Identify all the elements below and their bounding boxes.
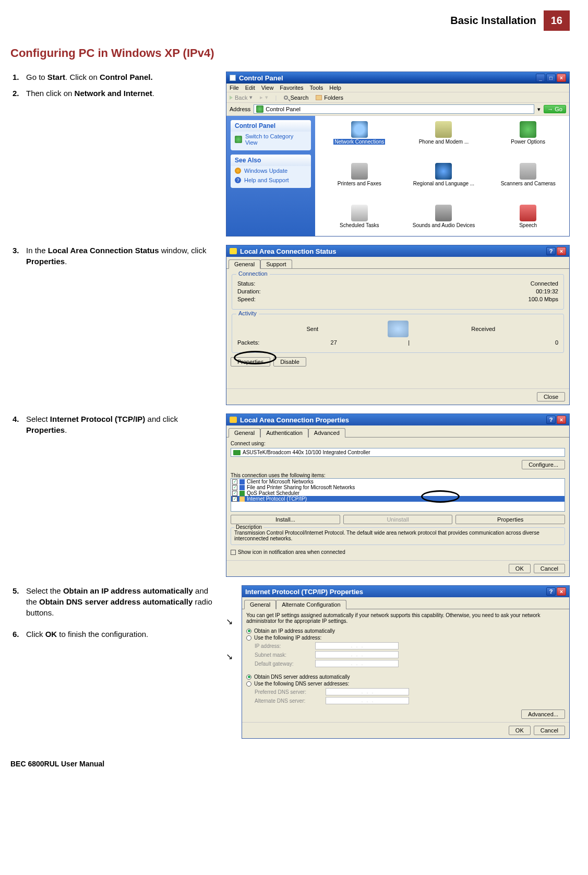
- step-1: 1. Go to Start. Click on Control Panel.: [13, 72, 217, 82]
- tab-general[interactable]: General: [229, 428, 260, 438]
- step-6: 6. Click OK to finish the configuration.: [13, 629, 217, 640]
- tab-advanced[interactable]: Advanced: [308, 428, 345, 438]
- network-connections-icon[interactable]: Network Connections: [318, 121, 401, 161]
- manual-footer: BEC 6800RUL User Manual: [10, 760, 570, 768]
- switch-category-link[interactable]: Switch to Category View: [231, 132, 311, 147]
- use-dns-radio[interactable]: Use the following DNS server addresses:: [246, 681, 565, 687]
- back-icon: [230, 96, 233, 100]
- search-button: Search: [284, 94, 308, 101]
- scanners-icon[interactable]: Scanners and Cameras: [487, 163, 569, 203]
- help-icon: ?: [235, 177, 241, 183]
- sidebar-panel-control: Control Panel Switch to Category View: [231, 120, 311, 150]
- step-2: 2. Then click on Network and Internet.: [13, 88, 217, 99]
- go-button[interactable]: → Go: [544, 105, 566, 113]
- menu-bar[interactable]: FileEditViewFavoritesToolsHelp: [226, 84, 569, 92]
- dropdown-icon[interactable]: ▾: [537, 106, 541, 113]
- section-heading: Configuring PC in Windows XP (IPv4): [10, 46, 570, 60]
- window-title: Local Area Connection Status: [230, 247, 336, 255]
- sounds-icon[interactable]: Sounds and Audio Devices: [403, 205, 485, 244]
- activity-icon: [388, 321, 409, 337]
- search-icon: [284, 96, 288, 100]
- window-title: Local Area Connection Properties: [230, 416, 349, 424]
- annotation-circle: [234, 351, 277, 364]
- ok-button[interactable]: OK: [509, 726, 531, 735]
- update-icon: [235, 168, 241, 174]
- tcpip-properties-dialog: Internet Protocol (TCP/IP) Properties ?×…: [242, 585, 570, 739]
- obtain-ip-auto-radio[interactable]: Obtain an IP address automatically: [246, 628, 565, 634]
- components-list[interactable]: ✓Client for Microsoft Networks ✓File and…: [231, 478, 565, 512]
- tab-alternate[interactable]: Alternate Configuration: [276, 600, 346, 609]
- show-icon-checkbox[interactable]: [231, 550, 236, 555]
- window-title: Internet Protocol (TCP/IP) Properties: [245, 588, 363, 596]
- toolbar[interactable]: Back ▾ ▸ ▾ | Search Folders: [226, 92, 569, 103]
- close-icon[interactable]: ×: [557, 587, 566, 596]
- nic-icon: [233, 450, 241, 455]
- folder-icon: [316, 95, 322, 100]
- install-button[interactable]: Install...: [231, 515, 340, 524]
- tab-general[interactable]: General: [244, 600, 276, 609]
- page-number: 16: [544, 10, 570, 31]
- address-bar[interactable]: Address Control Panel ▾ → Go: [226, 103, 569, 116]
- maximize-icon[interactable]: □: [546, 74, 556, 82]
- back-button: Back ▾: [230, 94, 253, 101]
- phone-modem-icon[interactable]: Phone and Modem ...: [403, 121, 485, 161]
- step-3: 3. In the Local Area Connection Status w…: [13, 245, 217, 267]
- folders-button: Folders: [316, 94, 343, 101]
- lac-properties-dialog: Local Area Connection Properties ?× Gene…: [226, 413, 570, 577]
- tab-support[interactable]: Support: [260, 259, 292, 269]
- help-icon[interactable]: ?: [546, 416, 556, 424]
- tab-general[interactable]: General: [229, 259, 260, 269]
- close-icon[interactable]: ×: [557, 247, 566, 255]
- cancel-button[interactable]: Cancel: [534, 564, 565, 573]
- properties-button[interactable]: Properties: [455, 515, 565, 524]
- help-icon[interactable]: ?: [546, 587, 556, 596]
- printers-icon[interactable]: Printers and Faxes: [318, 163, 401, 203]
- window-title: Control Panel: [230, 74, 283, 82]
- page-header: Basic Installation 16: [10, 10, 570, 31]
- help-icon[interactable]: ?: [546, 247, 556, 255]
- power-options-icon[interactable]: Power Options: [487, 121, 569, 161]
- use-ip-radio[interactable]: Use the following IP address:: [246, 635, 565, 641]
- help-support-link[interactable]: ?Help and Support: [231, 175, 311, 185]
- windows-update-link[interactable]: Windows Update: [231, 166, 311, 175]
- step-4: 4. Select Internet Protocol (TCP/IP) and…: [13, 413, 217, 435]
- disable-button[interactable]: Disable: [273, 357, 306, 366]
- forward-button: ▸ ▾: [260, 94, 268, 101]
- description-box: Description Transmission Control Protoco…: [231, 527, 565, 545]
- configure-button[interactable]: Configure...: [522, 460, 565, 469]
- scheduled-tasks-icon[interactable]: Scheduled Tasks: [318, 205, 401, 244]
- annotation-arrows: ↘ ↘: [226, 585, 242, 739]
- speech-icon[interactable]: Speech: [487, 205, 569, 244]
- ok-button[interactable]: OK: [509, 564, 531, 573]
- annotation-circle: [421, 490, 460, 503]
- step-5: 5. Select the Obtain an IP address autom…: [13, 585, 217, 618]
- control-panel-window: Control Panel _ □ × FileEditViewFavorite…: [226, 72, 570, 237]
- minimize-icon[interactable]: _: [536, 74, 545, 82]
- close-icon[interactable]: ×: [557, 74, 566, 82]
- regional-icon[interactable]: Regional and Language ...: [403, 163, 485, 203]
- close-button[interactable]: Close: [537, 392, 565, 401]
- adapter-field: ASUSTeK/Broadcom 440x 10/100 Integrated …: [231, 448, 565, 457]
- header-title: Basic Installation: [443, 10, 544, 31]
- obtain-dns-auto-radio[interactable]: Obtain DNS server address automatically: [246, 674, 565, 680]
- close-icon[interactable]: ×: [557, 416, 566, 424]
- lac-status-dialog: Local Area Connection Status ?× General …: [226, 245, 570, 405]
- tab-auth[interactable]: Authentication: [260, 428, 308, 438]
- advanced-button[interactable]: Advanced...: [521, 710, 565, 719]
- sidebar-panel-seealso: See Also Windows Update ?Help and Suppor…: [231, 155, 311, 188]
- cancel-button[interactable]: Cancel: [534, 726, 565, 735]
- uninstall-button[interactable]: Uninstall: [343, 515, 453, 524]
